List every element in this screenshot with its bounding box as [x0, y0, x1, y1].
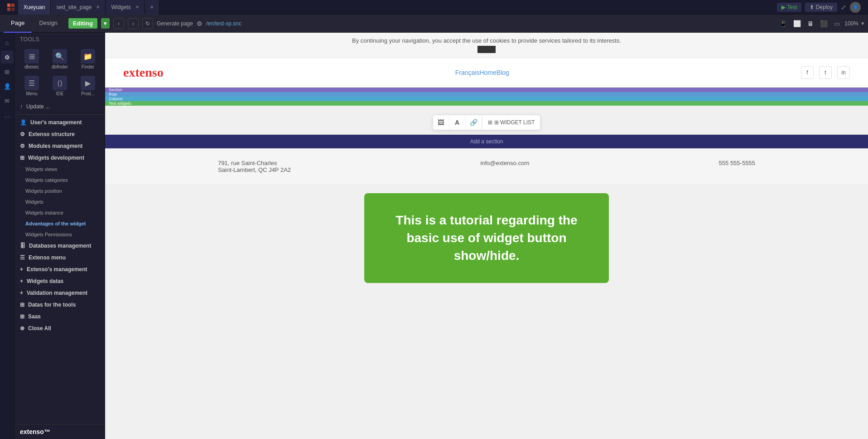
- mobile-device-button[interactable]: 📱: [777, 19, 789, 28]
- modules-icon: ⚙: [20, 143, 25, 149]
- tab-page[interactable]: Page: [4, 15, 32, 33]
- twitter-icon[interactable]: t: [819, 66, 832, 79]
- tab-xueyuan[interactable]: Xueyuan: [18, 0, 51, 15]
- section-label-bar: Section: [105, 88, 868, 92]
- tool-label: IDE: [56, 91, 64, 96]
- tool-label: dbexec: [24, 64, 39, 69]
- tool-dbfinder[interactable]: 🔍 dbfinder: [46, 46, 73, 72]
- widget-list-icon: ⊞: [488, 119, 492, 126]
- page-design-tabs: Page Design: [4, 15, 65, 33]
- content-area: By continuing your navigation, you accep…: [105, 33, 868, 439]
- back-button[interactable]: ‹: [113, 18, 124, 29]
- deploy-button[interactable]: ⬆ Deploy: [805, 3, 837, 12]
- nav-home[interactable]: Home: [479, 69, 496, 76]
- expand-icon[interactable]: ⤢: [841, 4, 846, 11]
- editing-dropdown-button[interactable]: ▾: [101, 18, 110, 29]
- site-header: extenso Français Home Blog f t in: [105, 58, 868, 88]
- refresh-button[interactable]: ↻: [142, 18, 153, 29]
- icon-bar-home[interactable]: ⌂: [1, 36, 14, 49]
- sidebar-item-widgets[interactable]: Widgets: [14, 196, 105, 207]
- generate-page-button[interactable]: Generate page: [157, 20, 193, 27]
- tool-prod[interactable]: ▶ Prod...: [74, 73, 101, 99]
- databases-icon: 🗄: [20, 243, 25, 249]
- tool-ide[interactable]: ⟨⟩ IDE: [46, 73, 73, 99]
- sidebar-item-users-management[interactable]: 👤 User's management: [14, 117, 105, 128]
- widget-image-button[interactable]: 🖼: [433, 115, 449, 130]
- nav-label: Saas: [28, 313, 41, 320]
- desktop-device-button[interactable]: 🖥: [805, 19, 815, 28]
- sidebar-item-close-all[interactable]: ⊗ Close All: [14, 322, 105, 334]
- facebook-icon[interactable]: f: [801, 66, 814, 79]
- settings-icon[interactable]: ⚙: [197, 20, 203, 27]
- widget-link-button[interactable]: 🔗: [466, 115, 482, 130]
- prod-icon: ▶: [81, 76, 95, 90]
- full-device-button[interactable]: ▭: [832, 19, 842, 28]
- sidebar-item-datas-tools[interactable]: ⊞ Datas for the tools: [14, 299, 105, 311]
- widget-text-button[interactable]: A: [449, 115, 466, 130]
- sidebar-item-widgets-views[interactable]: Widgets views: [14, 164, 105, 175]
- sidebar-item-saas[interactable]: ⊞ Saas: [14, 311, 105, 322]
- wide-device-button[interactable]: ⬛: [818, 19, 829, 28]
- sidebar: Tools ⊞ dbexec 🔍 dbfinder 📁 Finder ☰ Men…: [14, 33, 105, 439]
- tool-dbexec[interactable]: ⊞ dbexec: [18, 46, 45, 72]
- icon-bar-mail[interactable]: ✉: [1, 94, 14, 107]
- sidebar-item-advantages-widget[interactable]: Advantages of the widget: [14, 218, 105, 229]
- icon-bar-grid[interactable]: ⊞: [1, 65, 14, 78]
- sidebar-item-widgets-datas[interactable]: + Widgets datas: [14, 275, 105, 287]
- saas-icon: ⊞: [20, 313, 24, 320]
- test-button[interactable]: ▶ Test: [777, 3, 801, 12]
- sidebar-divider-1: [14, 114, 105, 115]
- cookie-dark-rect: [477, 46, 496, 53]
- sidebar-item-extensos-management[interactable]: + Extenso's management: [14, 263, 105, 275]
- sidebar-tools-grid: ⊞ dbexec 🔍 dbfinder 📁 Finder ☰ Menu ⟨⟩ I…: [14, 44, 105, 101]
- svg-rect-3: [11, 8, 14, 11]
- icon-bar-settings[interactable]: ⚙: [1, 51, 14, 63]
- dbexec-icon: ⊞: [24, 49, 39, 63]
- user-avatar[interactable]: 👤: [850, 2, 861, 13]
- datas-tools-icon: ⊞: [20, 302, 24, 308]
- tab-new[interactable]: +: [145, 0, 159, 15]
- tab-widgets[interactable]: Widgets ✕: [106, 0, 145, 15]
- url-bar: /en/test-xp.snc: [206, 20, 241, 27]
- sidebar-item-modules-management[interactable]: ⚙ Modules managment: [14, 140, 105, 152]
- tool-label: dbfinder: [52, 64, 68, 69]
- tool-update[interactable]: ↑ Update ...: [14, 101, 105, 112]
- nav-label: Widgets: [25, 199, 43, 205]
- sidebar-item-widgets-permissions[interactable]: Widgets Permissions: [14, 229, 105, 240]
- add-section-bar[interactable]: Add a section: [105, 135, 868, 148]
- icon-bar-user[interactable]: 👤: [1, 80, 14, 93]
- forward-button[interactable]: ›: [128, 18, 139, 29]
- icon-bar-more[interactable]: …: [1, 109, 14, 122]
- validation-icon: +: [20, 290, 23, 296]
- tool-menu[interactable]: ☰ Menu: [18, 73, 45, 99]
- sidebar-item-widgets-instance[interactable]: Widgets instance: [14, 207, 105, 218]
- sidebar-item-extenso-menu[interactable]: ☰ Extenso menu: [14, 252, 105, 263]
- sidebar-item-widgets-development[interactable]: ⊞ Widgets development: [14, 152, 105, 164]
- tablet-device-button[interactable]: ⬜: [791, 19, 803, 28]
- nav-francais[interactable]: Français: [455, 69, 480, 76]
- nav-label: Widgets views: [25, 166, 57, 172]
- sidebar-item-databases-management[interactable]: 🗄 Databases management: [14, 240, 105, 252]
- tab-bar: Xueyuan sed_site_page ✕ Widgets ✕ +: [18, 0, 777, 15]
- section-label: Section: [109, 88, 122, 92]
- nav-blog[interactable]: Blog: [497, 69, 509, 76]
- tab-design[interactable]: Design: [32, 15, 64, 33]
- tab-sed-site-page[interactable]: sed_site_page ✕: [51, 0, 106, 15]
- sidebar-item-widgets-categories[interactable]: Widgets catégories: [14, 175, 105, 185]
- nav-label: Close All: [28, 325, 51, 332]
- new-tab-icon: +: [150, 4, 154, 10]
- sidebar-item-validation-management[interactable]: + Validation management: [14, 287, 105, 299]
- nav-label: Validation management: [27, 290, 87, 296]
- tab-close-icon[interactable]: ✕: [135, 5, 139, 10]
- tool-finder[interactable]: 📁 Finder: [74, 46, 101, 72]
- zoom-dropdown-icon[interactable]: ▾: [861, 20, 864, 27]
- tab-close-icon[interactable]: ✕: [96, 5, 100, 10]
- sidebar-item-widgets-position[interactable]: Widgets position: [14, 185, 105, 196]
- ide-icon: ⟨⟩: [53, 76, 67, 90]
- sidebar-item-extenso-structure[interactable]: ⚙ Extenso structure: [14, 128, 105, 140]
- editing-button[interactable]: Editing: [68, 18, 97, 29]
- main-layout: ⌂ ⚙ ⊞ 👤 ✉ … Tools ⊞ dbexec 🔍 dbfinder 📁 …: [0, 33, 868, 439]
- linkedin-icon[interactable]: in: [837, 66, 850, 79]
- dbfinder-icon: 🔍: [53, 49, 67, 63]
- widget-list-button[interactable]: ⊞ ⊞ WIDGET LIST: [482, 115, 540, 130]
